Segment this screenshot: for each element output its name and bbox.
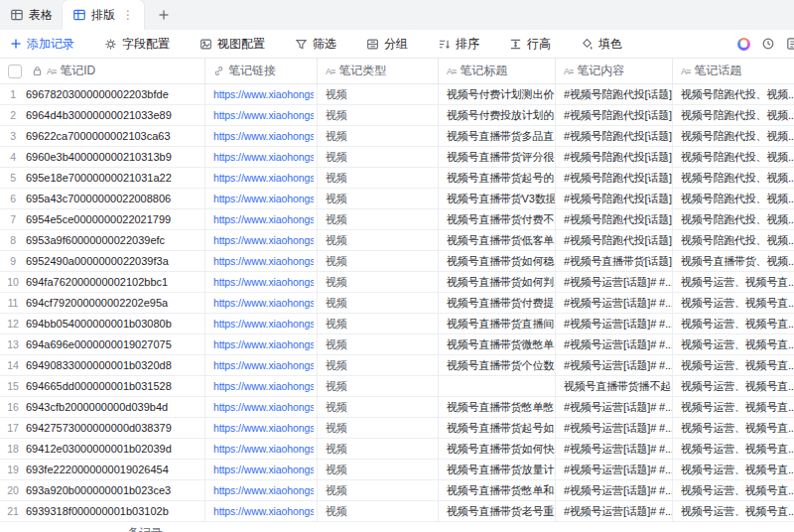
note-id-cell[interactable]: 216939318f000000001b03102b xyxy=(0,501,205,521)
note-topic-cell[interactable]: 视频号直播带货、视频... xyxy=(673,251,794,271)
note-link-value[interactable]: https://www.xiaohongs... xyxy=(213,318,314,330)
note-content-cell[interactable]: #视频号运营[话题]# #... xyxy=(556,397,673,417)
tab-table[interactable]: 表格 xyxy=(0,0,63,30)
note-link-value[interactable]: https://www.xiaohongs... xyxy=(213,484,314,496)
note-topic-cell[interactable]: 视频号运营、视频号直... xyxy=(673,314,794,333)
note-type-cell[interactable]: 视频 xyxy=(318,272,439,292)
note-title-cell[interactable]: 视频号直播带货多品直... xyxy=(439,126,556,146)
note-topic-cell[interactable]: 视频号陪跑代投、视频... xyxy=(673,147,794,167)
note-id-cell[interactable]: 86953a9f60000000022039efc xyxy=(0,230,205,250)
note-id-cell[interactable]: 19693fe2220000000019026454 xyxy=(0,460,205,479)
note-link-cell[interactable]: https://www.xiaohongs... xyxy=(205,230,318,250)
column-header-note-topic[interactable]: 笔记话题 xyxy=(673,59,794,83)
note-link-cell[interactable]: https://www.xiaohongs... xyxy=(205,209,318,229)
column-header-note-id[interactable]: 笔记ID xyxy=(0,59,205,83)
note-topic-cell[interactable]: 视频号陪跑代投、视频... xyxy=(673,189,794,208)
note-link-cell[interactable]: https://www.xiaohongs... xyxy=(205,189,318,208)
note-link-value[interactable]: https://www.xiaohongs... xyxy=(213,193,314,204)
note-type-cell[interactable]: 视频 xyxy=(318,418,439,438)
tab-menu-icon[interactable] xyxy=(122,8,134,22)
note-topic-cell[interactable]: 视频号运营、视频号直... xyxy=(673,334,794,354)
note-content-cell[interactable]: #视频号陪跑代投[话题]... xyxy=(556,168,673,188)
note-type-cell[interactable]: 视频 xyxy=(318,480,439,500)
note-content-cell[interactable]: #视频号直播带货[话题]... xyxy=(556,251,673,271)
fill-color-button[interactable]: 填色 xyxy=(581,36,622,53)
note-content-cell[interactable]: #视频号陪跑代投[话题]... xyxy=(556,209,673,229)
note-link-value[interactable]: https://www.xiaohongs... xyxy=(213,422,314,434)
view-config-button[interactable]: 视图配置 xyxy=(199,36,265,53)
note-title-cell[interactable]: 视频号直播带货起号的... xyxy=(439,168,556,188)
note-title-cell[interactable]: 视频号直播带货个位数... xyxy=(439,355,556,375)
note-link-value[interactable]: https://www.xiaohongs... xyxy=(213,255,314,267)
note-topic-cell[interactable]: 视频号运营、视频号直... xyxy=(673,501,794,521)
note-title-cell[interactable]: 视频号直播带货起号如... xyxy=(439,418,556,438)
note-type-cell[interactable]: 视频 xyxy=(318,314,439,333)
note-link-value[interactable]: https://www.xiaohongs... xyxy=(213,359,314,371)
note-topic-cell[interactable]: 视频号运营、视频号直... xyxy=(673,355,794,375)
note-topic-cell[interactable]: 视频号陪跑代投、视频... xyxy=(673,105,794,125)
note-link-cell[interactable]: https://www.xiaohongs... xyxy=(205,105,318,125)
note-title-cell[interactable]: 视频号直播带货评分很... xyxy=(439,147,556,167)
note-link-value[interactable]: https://www.xiaohongs... xyxy=(213,130,314,142)
note-title-cell[interactable]: 视频号直播带货放量计... xyxy=(439,460,556,479)
note-content-cell[interactable]: #视频号运营[话题]# #... xyxy=(556,293,673,313)
note-link-cell[interactable]: https://www.xiaohongs... xyxy=(205,397,318,417)
note-title-cell[interactable]: 视频号直播带货付费不... xyxy=(439,209,556,229)
note-content-cell[interactable]: #视频号陪跑代投[话题]... xyxy=(556,147,673,167)
note-type-cell[interactable]: 视频 xyxy=(318,168,439,188)
column-header-note-content[interactable]: 笔记内容 xyxy=(556,59,673,83)
note-link-value[interactable]: https://www.xiaohongs... xyxy=(213,380,314,392)
note-type-cell[interactable]: 视频 xyxy=(318,209,439,229)
note-content-cell[interactable]: #视频号陪跑代投[话题]... xyxy=(556,126,673,146)
note-id-cell[interactable]: 166943cfb2000000000d039b4d xyxy=(0,397,205,417)
note-content-cell[interactable]: #视频号运营[话题]# #... xyxy=(556,314,673,333)
note-link-cell[interactable]: https://www.xiaohongs... xyxy=(205,355,318,375)
note-content-cell[interactable]: #视频号陪跑代投[话题]... xyxy=(556,230,673,250)
note-type-cell[interactable]: 视频 xyxy=(318,355,439,375)
note-content-cell[interactable]: #视频号运营[话题]# #... xyxy=(556,418,673,438)
filter-button[interactable]: 筛选 xyxy=(295,36,336,53)
note-id-cell[interactable]: 26964d4b30000000021033e89 xyxy=(0,105,205,125)
note-content-cell[interactable]: #视频号陪跑代投[话题]... xyxy=(556,84,673,104)
note-link-value[interactable]: https://www.xiaohongs... xyxy=(213,172,314,184)
note-title-cell[interactable]: 视频号直播带货直播间... xyxy=(439,314,556,333)
note-link-cell[interactable]: https://www.xiaohongs... xyxy=(205,439,318,459)
note-content-cell[interactable]: #视频号运营[话题]# #... xyxy=(556,334,673,354)
note-id-cell[interactable]: 6695a43c70000000022008806 xyxy=(0,189,205,208)
note-link-cell[interactable]: https://www.xiaohongs... xyxy=(205,168,318,188)
note-id-cell[interactable]: 5695e18e70000000021031a22 xyxy=(0,168,205,188)
note-type-cell[interactable]: 视频 xyxy=(318,230,439,250)
note-type-cell[interactable]: 视频 xyxy=(318,501,439,521)
note-type-cell[interactable]: 视频 xyxy=(318,251,439,271)
note-topic-cell[interactable]: 视频号陪跑代投、视频... xyxy=(673,84,794,104)
note-topic-cell[interactable]: 视频号陪跑代投、视频... xyxy=(673,168,794,188)
note-link-value[interactable]: https://www.xiaohongs... xyxy=(213,338,314,350)
note-topic-cell[interactable]: 视频号运营、视频号直... xyxy=(673,272,794,292)
note-title-cell[interactable]: 视频号直播带货V3数据... xyxy=(439,189,556,208)
note-title-cell[interactable]: 视频号直播带货憋单和... xyxy=(439,480,556,500)
note-topic-cell[interactable]: 视频号陪跑代投、视频... xyxy=(673,126,794,146)
note-link-value[interactable]: https://www.xiaohongs... xyxy=(213,151,314,163)
note-title-cell[interactable]: 视频号直播带货微憋单... xyxy=(439,334,556,354)
note-link-cell[interactable]: https://www.xiaohongs... xyxy=(205,501,318,521)
note-link-value[interactable]: https://www.xiaohongs... xyxy=(213,297,314,309)
note-topic-cell[interactable]: 视频号运营、视频号直... xyxy=(673,460,794,479)
note-link-cell[interactable]: https://www.xiaohongs... xyxy=(205,251,318,271)
field-config-button[interactable]: 字段配置 xyxy=(104,36,170,53)
group-button[interactable]: 分组 xyxy=(366,36,408,53)
column-header-note-link[interactable]: 笔记链接 xyxy=(205,59,318,83)
note-content-cell[interactable]: #视频号陪跑代投[话题]... xyxy=(556,105,673,125)
note-link-cell[interactable]: https://www.xiaohongs... xyxy=(205,480,318,500)
note-link-value[interactable]: https://www.xiaohongs... xyxy=(213,213,314,225)
note-link-cell[interactable]: https://www.xiaohongs... xyxy=(205,376,318,396)
note-id-cell[interactable]: 15694665dd000000001b031528 xyxy=(0,376,205,396)
note-id-cell[interactable]: 369622ca7000000002103ca63 xyxy=(0,126,205,146)
note-link-cell[interactable]: https://www.xiaohongs... xyxy=(205,126,318,146)
note-content-cell[interactable]: #视频号运营[话题]# #... xyxy=(556,272,673,292)
note-title-cell[interactable]: 视频号付费投放计划的... xyxy=(439,105,556,125)
select-all-checkbox[interactable] xyxy=(8,65,22,78)
note-topic-cell[interactable]: 视频号运营、视频号直... xyxy=(673,480,794,500)
note-type-cell[interactable]: 视频 xyxy=(318,147,439,167)
note-link-value[interactable]: https://www.xiaohongs... xyxy=(213,109,314,121)
note-type-cell[interactable]: 视频 xyxy=(318,460,439,479)
